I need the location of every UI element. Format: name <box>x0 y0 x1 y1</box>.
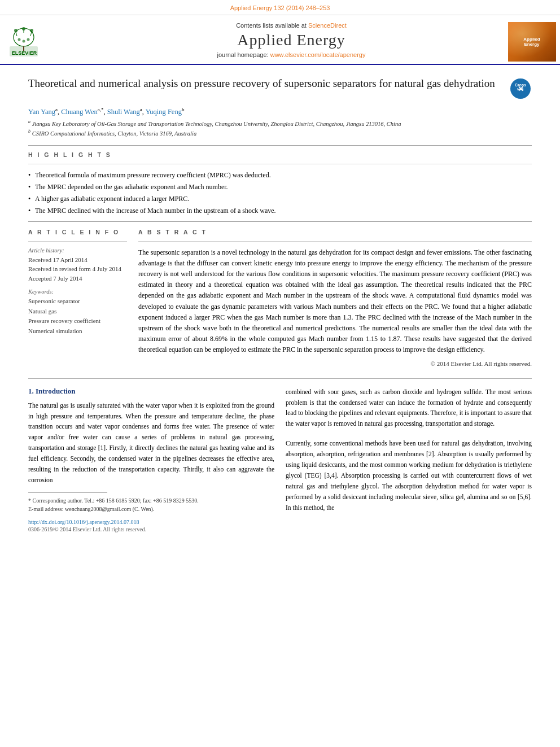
sciencedirect-link[interactable]: ScienceDirect <box>308 22 347 29</box>
article-history-label: Article history: <box>28 247 127 254</box>
keyword-1: Supersonic separator <box>28 296 127 307</box>
authors-line: Yan Yanga, Chuang Wena,*, Shuli Wanga, Y… <box>28 107 532 116</box>
journal-reference: Applied Energy 132 (2014) 248–253 <box>230 5 330 11</box>
svg-point-7 <box>14 29 18 32</box>
article-info-abstract-row: A R T I C L E I N F O Article history: R… <box>28 229 532 367</box>
author-shuli-wang[interactable]: Shuli Wang <box>107 108 140 116</box>
applied-energy-logo-area: AppliedEnergy <box>504 20 560 64</box>
copyright-line: © 2014 Elsevier Ltd. All rights reserved… <box>138 360 532 367</box>
affiliations: a Jiangsu Key Laboratory of Oil-Gas Stor… <box>28 119 532 138</box>
author-yan-yang[interactable]: Yan Yang <box>28 108 55 116</box>
journal-homepage-link[interactable]: www.elsevier.com/locate/apenergy <box>270 51 366 58</box>
keyword-4: Numerical simulation <box>28 326 127 337</box>
intro-col2-text-1: combined with sour gases, such as carbon… <box>286 387 532 430</box>
abstract-label: A B S T R A C T <box>138 229 532 235</box>
page-wrapper: Applied Energy 132 (2014) 248–253 ELSEVI… <box>0 0 560 747</box>
journal-title: Applied Energy <box>85 31 498 49</box>
svg-line-6 <box>30 32 32 36</box>
crossmark-icon: ✕ Cross Mark <box>510 78 531 99</box>
journal-header-center: Contents lists available at ScienceDirec… <box>79 20 504 64</box>
sciencedirect-line: Contents lists available at ScienceDirec… <box>85 22 498 29</box>
footnote-corresponding: * Corresponding author. Tel.: +86 158 61… <box>28 496 274 505</box>
top-bar: Applied Energy 132 (2014) 248–253 <box>0 0 560 15</box>
doi-link[interactable]: http://dx.doi.org/10.1016/j.apenergy.201… <box>28 519 139 525</box>
accepted-date: Accepted 7 July 2014 <box>28 274 127 283</box>
highlights-label: H I G H L I G H T S <box>28 151 532 158</box>
svg-line-4 <box>16 32 17 36</box>
body-two-col: 1. Introduction The natural gas is usual… <box>28 387 532 533</box>
author-shuli-wang-sup: a <box>140 107 142 112</box>
article-info-column: A R T I C L E I N F O Article history: R… <box>28 229 127 367</box>
paper-title: Theoretical and numerical analysis on pr… <box>28 76 505 91</box>
journal-homepage-line: journal homepage: www.elsevier.com/locat… <box>85 51 498 58</box>
svg-text:ELSEVIER: ELSEVIER <box>12 50 37 56</box>
abstract-column: A B S T R A C T The supersonic separatio… <box>138 229 532 367</box>
body-col-left: 1. Introduction The natural gas is usual… <box>28 387 274 533</box>
svg-text:Cross: Cross <box>515 83 526 87</box>
footnote-email: E-mail address: wenchuang2008@gmail.com … <box>28 505 274 513</box>
footer-doi[interactable]: http://dx.doi.org/10.1016/j.apenergy.201… <box>28 519 274 525</box>
divider-after-affiliations <box>28 145 532 146</box>
svg-text:Mark: Mark <box>517 88 524 91</box>
author-chuang-wen-sup: a,* <box>98 107 104 112</box>
footnote-divider <box>28 492 107 493</box>
divider-after-highlights <box>28 221 532 222</box>
author-yuqing-feng-sup: b <box>182 107 185 112</box>
article-info-label: A R T I C L E I N F O <box>28 229 127 235</box>
svg-point-10 <box>18 38 21 41</box>
keyword-3: Pressure recovery coefficient <box>28 316 127 326</box>
keyword-2: Natural gas <box>28 307 127 317</box>
revised-date: Received in revised form 4 July 2014 <box>28 264 127 274</box>
svg-point-8 <box>22 27 25 30</box>
abstract-text: The supersonic separation is a novel tec… <box>138 247 532 356</box>
intro-col2-text-2: Currently, some conventional methods hav… <box>286 438 532 513</box>
paper-title-section: Theoretical and numerical analysis on pr… <box>28 76 532 100</box>
footer-copyright: 0306-2619/© 2014 Elsevier Ltd. All right… <box>28 526 274 532</box>
affiliation-a: a Jiangsu Key Laboratory of Oil-Gas Stor… <box>28 119 532 128</box>
author-chuang-wen[interactable]: Chuang Wen <box>61 108 97 116</box>
author-yan-yang-sup: a <box>55 107 58 112</box>
highlight-3: A higher gas adiabatic exponent induced … <box>28 194 532 204</box>
abstract-divider <box>138 241 532 242</box>
article-info-divider <box>28 241 127 242</box>
highlight-4: The MPRC declined with the increase of M… <box>28 206 532 216</box>
journal-header: ELSEVIER <box>0 15 560 65</box>
elsevier-logo-svg: ELSEVIER <box>8 25 71 59</box>
crossmark-badge[interactable]: ✕ Cross Mark <box>510 78 532 100</box>
applied-energy-logo-text: AppliedEnergy <box>523 37 540 47</box>
paper-content: Theoretical and numerical analysis on pr… <box>0 65 560 544</box>
applied-energy-logo-box: AppliedEnergy <box>508 22 556 62</box>
affiliation-b: b CSIRO Computational Informatics, Clayt… <box>28 128 532 138</box>
highlight-2: The MPRC depended on the gas adiabatic e… <box>28 182 532 192</box>
highlights-divider <box>28 164 532 164</box>
svg-point-11 <box>27 38 30 41</box>
svg-point-12 <box>23 40 25 43</box>
author-yuqing-feng[interactable]: Yuqing Feng <box>146 108 182 116</box>
body-col-right: combined with sour gases, such as carbon… <box>286 387 532 533</box>
intro-heading: 1. Introduction <box>28 387 274 396</box>
elsevier-logo-area: ELSEVIER <box>0 20 79 64</box>
highlights-section: H I G H L I G H T S Theoretical formula … <box>28 151 532 216</box>
body-section: 1. Introduction The natural gas is usual… <box>28 378 532 533</box>
svg-point-9 <box>30 29 33 32</box>
highlight-1: Theoretical formula of maximum pressure … <box>28 170 532 180</box>
keywords-label: Keywords: <box>28 289 127 295</box>
intro-col1-text: The natural gas is usually saturated wit… <box>28 400 274 486</box>
received-date: Received 17 April 2014 <box>28 255 127 265</box>
